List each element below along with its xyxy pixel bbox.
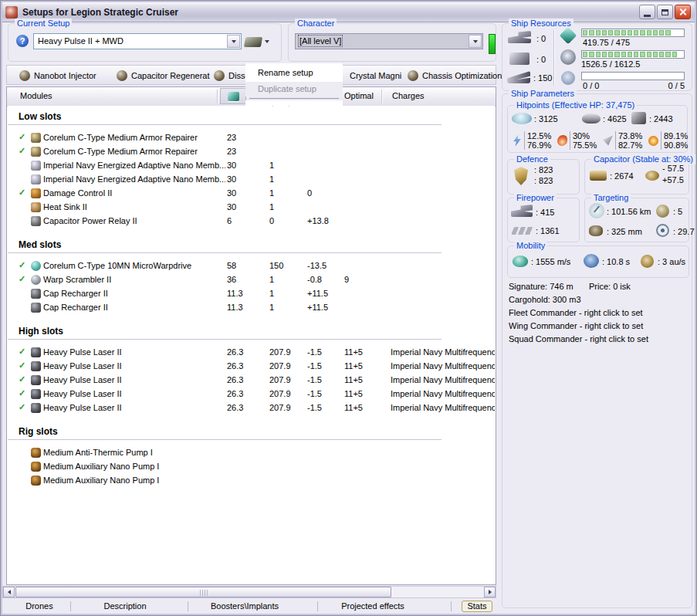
- module-row[interactable]: Corelum C-Type 10MN MicroWarpdrive58150-…: [8, 259, 495, 273]
- scroll-right-button[interactable]: [484, 587, 496, 597]
- module-row[interactable]: Medium Auxiliary Nano Pump I: [8, 474, 495, 488]
- subsystem-tab-4[interactable]: Crystal Magni: [350, 69, 409, 82]
- menu-item-duplicate-setup[interactable]: Duplicate setup: [245, 82, 343, 96]
- module-row[interactable]: Heavy Pulse Laser II26.3207.9-1.511+5Imp…: [8, 401, 495, 415]
- cap-power-relay-icon: [31, 216, 41, 226]
- divider: [553, 30, 554, 86]
- chevron-down-icon: [232, 40, 236, 43]
- ship-menu-button[interactable]: [245, 34, 276, 49]
- module-row[interactable]: Heavy Pulse Laser II26.3207.9-1.511+5Imp…: [8, 360, 495, 374]
- bottom-tab-projected-effects[interactable]: Projected effects: [323, 601, 422, 612]
- pulse-laser-icon: [31, 389, 41, 399]
- bottom-tab-boosters-implants[interactable]: Boosters\Implants: [195, 601, 294, 612]
- module-cpu: 30: [227, 188, 236, 198]
- module-row[interactable]: Imperial Navy Energized Adaptive Nano Me…: [8, 173, 495, 187]
- module-row[interactable]: Heavy Pulse Laser II26.3207.9-1.511+5Imp…: [8, 388, 495, 401]
- bottom-tab-drones[interactable]: Drones: [8, 601, 70, 612]
- powergrid-icon: [560, 49, 576, 65]
- menu-item-rename-setup[interactable]: Rename setup: [245, 63, 343, 82]
- module-cpu: 26.3: [227, 375, 243, 384]
- subsystem-icon: [117, 70, 127, 81]
- chevron-right-icon: [489, 590, 492, 594]
- module-pg: 207.9: [269, 389, 291, 398]
- module-row[interactable]: Corelum C-Type Medium Armor Repairer23: [8, 145, 495, 159]
- subsystem-tab-1[interactable]: Nanobot Injector: [19, 69, 106, 82]
- module-name: Heavy Pulse Laser II: [43, 361, 225, 371]
- warp-scrambler-icon: [31, 275, 41, 285]
- info-line: Cargohold: 300 m3: [509, 295, 581, 304]
- minimize-button[interactable]: [639, 5, 655, 19]
- module-active-check-icon: [19, 288, 28, 299]
- module-row[interactable]: Medium Anti-Thermic Pump I: [8, 446, 495, 460]
- module-row[interactable]: Damage Control II3010: [8, 187, 495, 201]
- maximize-button[interactable]: [657, 5, 673, 19]
- module-cpu: 26.3: [227, 403, 243, 412]
- chevron-left-icon: [8, 590, 11, 594]
- horizontal-scrollbar[interactable]: [2, 586, 496, 598]
- module-row[interactable]: Capacitor Power Relay II60+13.8: [8, 215, 495, 228]
- character-combobox-arrow[interactable]: [469, 35, 482, 48]
- cpu-resource-icon: [560, 27, 577, 45]
- bottom-tabbar: DronesDescriptionBoosters\ImplantsProjec…: [2, 600, 500, 614]
- module-active-check-icon: [19, 188, 28, 198]
- module-name: Heat Sink II: [43, 202, 225, 212]
- module-cpu: 26.3: [227, 389, 243, 398]
- bottom-tab-stats[interactable]: Stats: [462, 601, 492, 612]
- nano-membrane-icon: [31, 174, 41, 184]
- module-cpu: 26.3: [227, 361, 243, 371]
- module-pg: 207.9: [269, 375, 291, 384]
- character-combobox[interactable]: [All level V]: [295, 33, 483, 49]
- optimal-column-header[interactable]: Optimal: [344, 91, 374, 100]
- subsystem-tab-2[interactable]: Capacitor Regenerat: [117, 69, 212, 82]
- module-row[interactable]: Heavy Pulse Laser II26.3207.9-1.511+5Imp…: [8, 374, 495, 388]
- cpu-column-header[interactable]: [220, 88, 246, 104]
- scrollbar-thumb[interactable]: [15, 587, 391, 597]
- column-divider: [381, 90, 382, 103]
- module-cap: -1.5: [307, 389, 322, 398]
- module-active-check-icon: [19, 388, 28, 399]
- rig-icon: [31, 476, 41, 486]
- module-row[interactable]: Warp Scrambler II361-0.89: [8, 273, 495, 287]
- setup-combobox-arrow[interactable]: [227, 35, 240, 48]
- module-pg: 1: [269, 188, 274, 198]
- module-row[interactable]: Heavy Pulse Laser II26.3207.9-1.511+5Imp…: [8, 346, 495, 360]
- tab-divider: [451, 601, 452, 611]
- module-active-check-icon: [19, 360, 28, 371]
- maximize-icon: [661, 9, 668, 15]
- module-list: Low slotsCorelum C-Type Medium Armor Rep…: [8, 106, 495, 584]
- module-active-check-icon: [19, 215, 28, 226]
- skill-level-indicator: [489, 34, 496, 54]
- damage-control-icon: [31, 188, 41, 198]
- module-row[interactable]: Medium Auxiliary Nano Pump I: [8, 460, 495, 474]
- bottom-tab-description[interactable]: Description: [80, 601, 171, 612]
- module-row[interactable]: Heat Sink II301: [8, 201, 495, 215]
- app-icon: [5, 6, 18, 19]
- module-cpu: 58: [227, 261, 236, 270]
- charges-column-header[interactable]: Charges: [392, 91, 425, 100]
- setup-combobox[interactable]: Heavy Pulse II + MWD: [33, 33, 242, 49]
- character-combobox-value: [All level V]: [299, 36, 341, 46]
- nano-membrane-icon: [31, 161, 41, 171]
- module-row[interactable]: Imperial Navy Energized Adaptive Nano Me…: [8, 159, 495, 173]
- subsystem-icon: [214, 70, 225, 81]
- modules-column-header[interactable]: Modules: [20, 91, 52, 100]
- tab-divider: [188, 601, 188, 611]
- drone-bandwidth-text: 0 / 5: [581, 81, 685, 90]
- module-cap: +11.5: [307, 289, 328, 298]
- subsystem-tab-5[interactable]: Chassis Optimization: [408, 69, 505, 82]
- module-name: Capacitor Power Relay II: [43, 216, 225, 225]
- close-button[interactable]: [675, 5, 691, 19]
- help-icon[interactable]: ?: [16, 35, 29, 47]
- tab-divider: [317, 601, 318, 611]
- pulse-laser-icon: [31, 361, 41, 371]
- module-name: Cap Recharger II: [43, 289, 225, 298]
- module-pg: 1: [269, 303, 274, 312]
- module-charge: Imperial Navy Multifrequency: [391, 375, 495, 384]
- module-active-check-icon: [19, 447, 28, 458]
- module-row[interactable]: Corelum C-Type Medium Armor Repairer23: [8, 131, 495, 145]
- modules-panel: Modules Optimal Charges Low slotsCorelum…: [6, 86, 496, 585]
- scroll-left-button[interactable]: [3, 587, 15, 597]
- module-row[interactable]: Cap Recharger II11.31+11.5: [8, 301, 495, 315]
- module-row[interactable]: Cap Recharger II11.31+11.5: [8, 287, 495, 301]
- chevron-down-icon: [265, 40, 269, 43]
